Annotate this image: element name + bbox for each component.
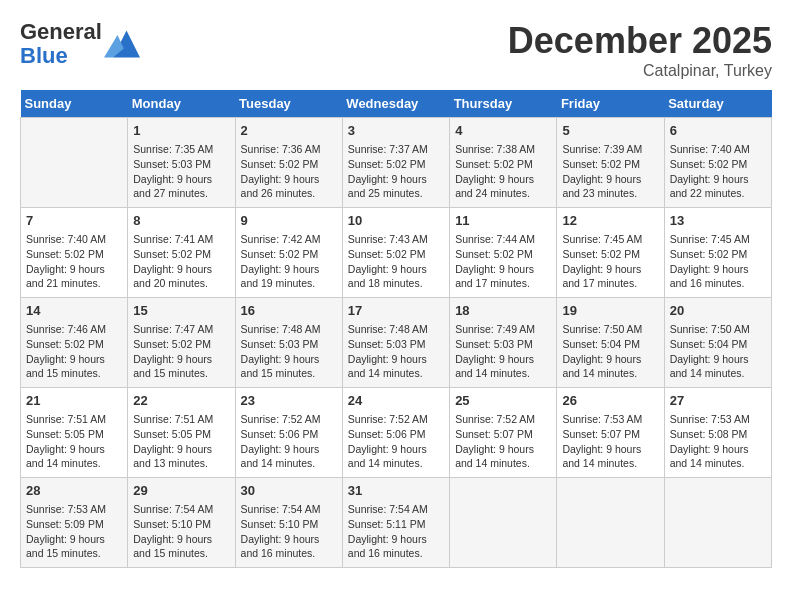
- day-info: Sunrise: 7:50 AM Sunset: 5:04 PM Dayligh…: [670, 322, 766, 381]
- day-info: Sunrise: 7:43 AM Sunset: 5:02 PM Dayligh…: [348, 232, 444, 291]
- calendar-cell: 26Sunrise: 7:53 AM Sunset: 5:07 PM Dayli…: [557, 388, 664, 478]
- day-info: Sunrise: 7:52 AM Sunset: 5:07 PM Dayligh…: [455, 412, 551, 471]
- calendar-cell: [664, 478, 771, 568]
- calendar-cell: 29Sunrise: 7:54 AM Sunset: 5:10 PM Dayli…: [128, 478, 235, 568]
- calendar-cell: 20Sunrise: 7:50 AM Sunset: 5:04 PM Dayli…: [664, 298, 771, 388]
- calendar-cell: 23Sunrise: 7:52 AM Sunset: 5:06 PM Dayli…: [235, 388, 342, 478]
- day-info: Sunrise: 7:48 AM Sunset: 5:03 PM Dayligh…: [348, 322, 444, 381]
- calendar-cell: 17Sunrise: 7:48 AM Sunset: 5:03 PM Dayli…: [342, 298, 449, 388]
- calendar-cell: 12Sunrise: 7:45 AM Sunset: 5:02 PM Dayli…: [557, 208, 664, 298]
- calendar-cell: 25Sunrise: 7:52 AM Sunset: 5:07 PM Dayli…: [450, 388, 557, 478]
- calendar-cell: 31Sunrise: 7:54 AM Sunset: 5:11 PM Dayli…: [342, 478, 449, 568]
- weekday-header-monday: Monday: [128, 90, 235, 118]
- day-number: 10: [348, 212, 444, 230]
- calendar-cell: 27Sunrise: 7:53 AM Sunset: 5:08 PM Dayli…: [664, 388, 771, 478]
- calendar-cell: 2Sunrise: 7:36 AM Sunset: 5:02 PM Daylig…: [235, 118, 342, 208]
- day-number: 3: [348, 122, 444, 140]
- weekday-header-wednesday: Wednesday: [342, 90, 449, 118]
- day-number: 21: [26, 392, 122, 410]
- logo-blue-text: Blue: [20, 44, 102, 68]
- day-info: Sunrise: 7:54 AM Sunset: 5:10 PM Dayligh…: [241, 502, 337, 561]
- month-title: December 2025: [508, 20, 772, 62]
- day-number: 5: [562, 122, 658, 140]
- logo-general-text: General: [20, 20, 102, 44]
- calendar-cell: 14Sunrise: 7:46 AM Sunset: 5:02 PM Dayli…: [21, 298, 128, 388]
- day-number: 27: [670, 392, 766, 410]
- page-header: General Blue December 2025 Catalpinar, T…: [20, 20, 772, 80]
- calendar-week-row: 21Sunrise: 7:51 AM Sunset: 5:05 PM Dayli…: [21, 388, 772, 478]
- logo: General Blue: [20, 20, 140, 68]
- day-number: 30: [241, 482, 337, 500]
- day-number: 9: [241, 212, 337, 230]
- day-info: Sunrise: 7:35 AM Sunset: 5:03 PM Dayligh…: [133, 142, 229, 201]
- calendar-cell: 16Sunrise: 7:48 AM Sunset: 5:03 PM Dayli…: [235, 298, 342, 388]
- calendar-cell: 24Sunrise: 7:52 AM Sunset: 5:06 PM Dayli…: [342, 388, 449, 478]
- day-number: 29: [133, 482, 229, 500]
- calendar-week-row: 14Sunrise: 7:46 AM Sunset: 5:02 PM Dayli…: [21, 298, 772, 388]
- day-info: Sunrise: 7:53 AM Sunset: 5:08 PM Dayligh…: [670, 412, 766, 471]
- day-info: Sunrise: 7:40 AM Sunset: 5:02 PM Dayligh…: [670, 142, 766, 201]
- calendar-cell: 15Sunrise: 7:47 AM Sunset: 5:02 PM Dayli…: [128, 298, 235, 388]
- calendar-cell: 11Sunrise: 7:44 AM Sunset: 5:02 PM Dayli…: [450, 208, 557, 298]
- day-number: 4: [455, 122, 551, 140]
- day-info: Sunrise: 7:42 AM Sunset: 5:02 PM Dayligh…: [241, 232, 337, 291]
- calendar-cell: 6Sunrise: 7:40 AM Sunset: 5:02 PM Daylig…: [664, 118, 771, 208]
- calendar-cell: 13Sunrise: 7:45 AM Sunset: 5:02 PM Dayli…: [664, 208, 771, 298]
- calendar-week-row: 7Sunrise: 7:40 AM Sunset: 5:02 PM Daylig…: [21, 208, 772, 298]
- day-info: Sunrise: 7:46 AM Sunset: 5:02 PM Dayligh…: [26, 322, 122, 381]
- day-number: 14: [26, 302, 122, 320]
- day-info: Sunrise: 7:44 AM Sunset: 5:02 PM Dayligh…: [455, 232, 551, 291]
- calendar-cell: 18Sunrise: 7:49 AM Sunset: 5:03 PM Dayli…: [450, 298, 557, 388]
- day-number: 18: [455, 302, 551, 320]
- day-number: 16: [241, 302, 337, 320]
- day-info: Sunrise: 7:52 AM Sunset: 5:06 PM Dayligh…: [241, 412, 337, 471]
- calendar-cell: [450, 478, 557, 568]
- day-number: 28: [26, 482, 122, 500]
- calendar-cell: 9Sunrise: 7:42 AM Sunset: 5:02 PM Daylig…: [235, 208, 342, 298]
- day-number: 26: [562, 392, 658, 410]
- weekday-header-friday: Friday: [557, 90, 664, 118]
- calendar-cell: 4Sunrise: 7:38 AM Sunset: 5:02 PM Daylig…: [450, 118, 557, 208]
- calendar-cell: 28Sunrise: 7:53 AM Sunset: 5:09 PM Dayli…: [21, 478, 128, 568]
- day-info: Sunrise: 7:50 AM Sunset: 5:04 PM Dayligh…: [562, 322, 658, 381]
- location: Catalpinar, Turkey: [508, 62, 772, 80]
- day-number: 1: [133, 122, 229, 140]
- calendar-cell: 19Sunrise: 7:50 AM Sunset: 5:04 PM Dayli…: [557, 298, 664, 388]
- calendar-cell: 22Sunrise: 7:51 AM Sunset: 5:05 PM Dayli…: [128, 388, 235, 478]
- day-number: 12: [562, 212, 658, 230]
- weekday-header-tuesday: Tuesday: [235, 90, 342, 118]
- day-info: Sunrise: 7:37 AM Sunset: 5:02 PM Dayligh…: [348, 142, 444, 201]
- day-info: Sunrise: 7:52 AM Sunset: 5:06 PM Dayligh…: [348, 412, 444, 471]
- day-number: 23: [241, 392, 337, 410]
- weekday-header-row: SundayMondayTuesdayWednesdayThursdayFrid…: [21, 90, 772, 118]
- calendar-week-row: 28Sunrise: 7:53 AM Sunset: 5:09 PM Dayli…: [21, 478, 772, 568]
- day-number: 7: [26, 212, 122, 230]
- day-info: Sunrise: 7:53 AM Sunset: 5:07 PM Dayligh…: [562, 412, 658, 471]
- day-number: 13: [670, 212, 766, 230]
- day-info: Sunrise: 7:51 AM Sunset: 5:05 PM Dayligh…: [26, 412, 122, 471]
- day-number: 22: [133, 392, 229, 410]
- day-info: Sunrise: 7:47 AM Sunset: 5:02 PM Dayligh…: [133, 322, 229, 381]
- weekday-header-saturday: Saturday: [664, 90, 771, 118]
- calendar-cell: 1Sunrise: 7:35 AM Sunset: 5:03 PM Daylig…: [128, 118, 235, 208]
- day-number: 31: [348, 482, 444, 500]
- day-info: Sunrise: 7:39 AM Sunset: 5:02 PM Dayligh…: [562, 142, 658, 201]
- title-block: December 2025 Catalpinar, Turkey: [508, 20, 772, 80]
- day-number: 15: [133, 302, 229, 320]
- calendar-cell: 7Sunrise: 7:40 AM Sunset: 5:02 PM Daylig…: [21, 208, 128, 298]
- calendar-cell: 8Sunrise: 7:41 AM Sunset: 5:02 PM Daylig…: [128, 208, 235, 298]
- day-info: Sunrise: 7:51 AM Sunset: 5:05 PM Dayligh…: [133, 412, 229, 471]
- day-info: Sunrise: 7:40 AM Sunset: 5:02 PM Dayligh…: [26, 232, 122, 291]
- day-info: Sunrise: 7:41 AM Sunset: 5:02 PM Dayligh…: [133, 232, 229, 291]
- calendar-cell: 30Sunrise: 7:54 AM Sunset: 5:10 PM Dayli…: [235, 478, 342, 568]
- day-info: Sunrise: 7:38 AM Sunset: 5:02 PM Dayligh…: [455, 142, 551, 201]
- day-info: Sunrise: 7:54 AM Sunset: 5:10 PM Dayligh…: [133, 502, 229, 561]
- day-number: 20: [670, 302, 766, 320]
- day-number: 24: [348, 392, 444, 410]
- day-info: Sunrise: 7:54 AM Sunset: 5:11 PM Dayligh…: [348, 502, 444, 561]
- calendar-cell: 3Sunrise: 7:37 AM Sunset: 5:02 PM Daylig…: [342, 118, 449, 208]
- calendar-week-row: 1Sunrise: 7:35 AM Sunset: 5:03 PM Daylig…: [21, 118, 772, 208]
- calendar-cell: 5Sunrise: 7:39 AM Sunset: 5:02 PM Daylig…: [557, 118, 664, 208]
- day-number: 25: [455, 392, 551, 410]
- day-info: Sunrise: 7:49 AM Sunset: 5:03 PM Dayligh…: [455, 322, 551, 381]
